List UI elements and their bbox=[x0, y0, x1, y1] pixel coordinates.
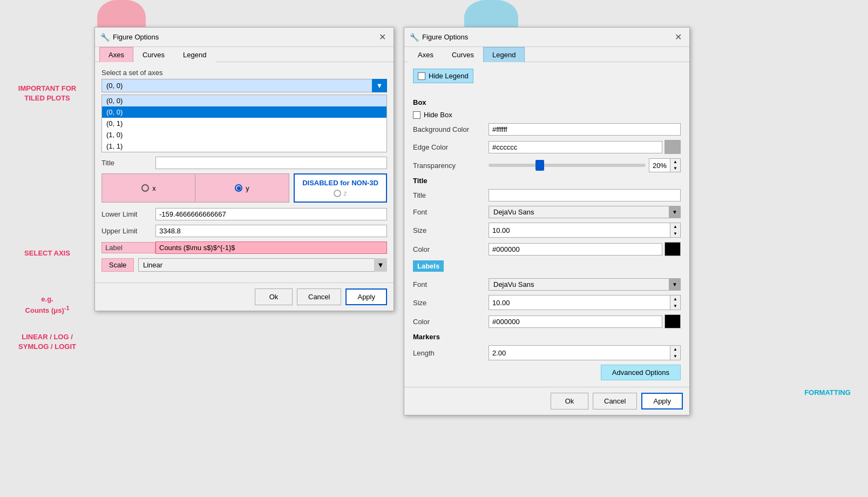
length-input[interactable] bbox=[489, 346, 670, 360]
transparency-label: Transparency bbox=[413, 162, 489, 170]
right-dialog-titlebar: 🔧 Figure Options ✕ bbox=[404, 28, 689, 47]
radio-x bbox=[141, 184, 149, 192]
right-title-input[interactable] bbox=[489, 189, 681, 202]
right-font-select[interactable]: DejaVu Sans Arial Times New Roman bbox=[489, 206, 681, 218]
labels-size-spinbox: ▲ ▼ bbox=[489, 295, 681, 310]
axes-option-0-0-top[interactable]: (0, 0) bbox=[102, 95, 386, 106]
right-size-up[interactable]: ▲ bbox=[670, 223, 680, 230]
labels-color-input[interactable] bbox=[489, 315, 662, 328]
left-dialog-title: Figure Options bbox=[113, 33, 159, 41]
left-ok-button[interactable]: Ok bbox=[255, 288, 293, 305]
right-ok-button[interactable]: Ok bbox=[551, 393, 588, 409]
lower-limit-label: Lower Limit bbox=[101, 210, 155, 218]
left-tab-legend[interactable]: Legend bbox=[174, 47, 215, 62]
right-color-swatch[interactable] bbox=[664, 242, 681, 256]
left-tab-curves[interactable]: Curves bbox=[133, 47, 174, 62]
labels-size-label: Size bbox=[413, 299, 489, 307]
edge-color-label: Edge Color bbox=[413, 143, 489, 151]
length-down[interactable]: ▼ bbox=[670, 353, 680, 360]
advanced-options-button[interactable]: Advanced Options bbox=[601, 365, 681, 380]
transparency-up[interactable]: ▲ bbox=[670, 159, 680, 165]
right-cancel-button[interactable]: Cancel bbox=[593, 393, 637, 409]
axes-dropdown-display: (0, 0) bbox=[102, 79, 386, 92]
title-input[interactable] bbox=[155, 157, 387, 169]
bg-color-label: Background Color bbox=[413, 125, 489, 133]
hide-box-checkbox[interactable] bbox=[413, 111, 421, 119]
length-up[interactable]: ▲ bbox=[670, 346, 680, 353]
length-row: Length ▲ ▼ bbox=[413, 345, 681, 360]
labels-color-swatch[interactable] bbox=[664, 314, 681, 328]
disabled-3d-box: DISABLED for NON-3D z bbox=[294, 173, 387, 203]
labels-size-up[interactable]: ▲ bbox=[670, 295, 680, 303]
hide-box-label[interactable]: Hide Box bbox=[413, 111, 452, 119]
scale-select[interactable]: Linear Log Symlog Logit bbox=[138, 258, 387, 272]
upper-limit-input[interactable] bbox=[155, 225, 387, 237]
bg-color-row: Background Color bbox=[413, 123, 681, 136]
title-section-title: Title bbox=[413, 177, 681, 185]
right-tab-legend[interactable]: Legend bbox=[483, 47, 525, 62]
labels-font-label: Font bbox=[413, 280, 489, 288]
labels-section-title: Labels bbox=[413, 260, 444, 272]
right-tab-bar: Axes Curves Legend bbox=[404, 47, 689, 62]
transparency-slider-track[interactable] bbox=[489, 164, 646, 167]
axes-option-1-1[interactable]: (1, 1) bbox=[102, 140, 386, 152]
edge-color-swatch[interactable] bbox=[664, 140, 681, 154]
left-cancel-button[interactable]: Cancel bbox=[297, 288, 341, 305]
right-size-down[interactable]: ▼ bbox=[670, 230, 680, 237]
right-size-row: Size ▲ ▼ bbox=[413, 223, 681, 238]
annotation-important-tiled: IMPORTANT FORTILED PLOTS bbox=[5, 84, 89, 103]
radio-z-disabled bbox=[334, 190, 341, 197]
axis-x-button[interactable]: x bbox=[102, 174, 195, 202]
axes-dropdown-list: (0, 0) (0, 0) (0, 1) (1, 0) (1, 1) bbox=[101, 95, 387, 152]
bg-color-input[interactable] bbox=[489, 123, 681, 136]
transparency-spinner: ▲ ▼ bbox=[670, 159, 680, 172]
lower-limit-input[interactable] bbox=[155, 208, 387, 220]
annotation-formatting: FORMATTING bbox=[795, 388, 860, 398]
labels-size-row: Size ▲ ▼ bbox=[413, 295, 681, 310]
right-size-input[interactable] bbox=[489, 223, 670, 237]
right-color-row: Color bbox=[413, 242, 681, 256]
right-font-label: Font bbox=[413, 208, 489, 216]
transparency-down[interactable]: ▼ bbox=[670, 165, 680, 172]
axes-option-0-0-selected[interactable]: (0, 0) bbox=[102, 106, 386, 118]
edge-color-input[interactable] bbox=[489, 141, 662, 153]
right-tab-curves[interactable]: Curves bbox=[443, 47, 483, 62]
right-dialog-body: Hide Legend Box Hide Box Background Colo… bbox=[404, 62, 689, 387]
right-tab-axes[interactable]: Axes bbox=[409, 47, 443, 62]
left-dialog-close-button[interactable]: ✕ bbox=[377, 32, 388, 42]
labels-size-input[interactable] bbox=[489, 295, 670, 310]
right-title-label: Title bbox=[413, 191, 489, 199]
right-dialog-close-button[interactable]: ✕ bbox=[673, 32, 684, 42]
label-input[interactable] bbox=[155, 241, 387, 254]
right-size-spinbox: ▲ ▼ bbox=[489, 223, 681, 238]
annotation-eg-counts: e.g.Counts (μs)-1 bbox=[5, 294, 89, 316]
right-size-spinner: ▲ ▼ bbox=[670, 223, 680, 237]
axis-buttons: x y bbox=[101, 173, 289, 203]
axes-option-1-0[interactable]: (1, 0) bbox=[102, 129, 386, 140]
select-axes-label: Select a set of axes bbox=[101, 69, 387, 77]
hide-box-row: Hide Box bbox=[413, 111, 681, 119]
left-apply-button[interactable]: Apply bbox=[345, 288, 387, 305]
labels-size-down[interactable]: ▼ bbox=[670, 303, 680, 310]
hide-legend-label-row[interactable]: Hide Legend bbox=[413, 69, 473, 83]
label-label: Label bbox=[101, 242, 155, 253]
right-apply-button[interactable]: Apply bbox=[641, 393, 683, 409]
hide-legend-area: Hide Legend bbox=[413, 69, 681, 91]
markers-section-title: Markers bbox=[413, 333, 681, 341]
axis-y-button[interactable]: y bbox=[195, 174, 289, 202]
labels-font-row: Font DejaVu Sans Arial ▼ bbox=[413, 278, 681, 291]
upper-limit-row: Upper Limit bbox=[101, 225, 387, 237]
transparency-value-box: 20% ▲ ▼ bbox=[649, 158, 681, 172]
labels-font-select[interactable]: DejaVu Sans Arial bbox=[489, 278, 681, 291]
right-color-input[interactable] bbox=[489, 243, 662, 256]
right-color-label: Color bbox=[413, 245, 489, 253]
left-tab-axes[interactable]: Axes bbox=[99, 47, 133, 62]
transparency-slider-thumb[interactable] bbox=[535, 160, 544, 171]
labels-size-spinner: ▲ ▼ bbox=[670, 295, 680, 310]
axes-option-0-1[interactable]: (0, 1) bbox=[102, 118, 386, 129]
labels-font-dropdown: DejaVu Sans Arial ▼ bbox=[489, 278, 681, 291]
hide-legend-checkbox[interactable] bbox=[418, 72, 425, 80]
left-dialog: 🔧 Figure Options ✕ Axes Curves Legend Se… bbox=[94, 27, 394, 311]
length-spinner: ▲ ▼ bbox=[670, 346, 680, 360]
right-dialog: 🔧 Figure Options ✕ Axes Curves Legend Hi… bbox=[404, 27, 690, 415]
